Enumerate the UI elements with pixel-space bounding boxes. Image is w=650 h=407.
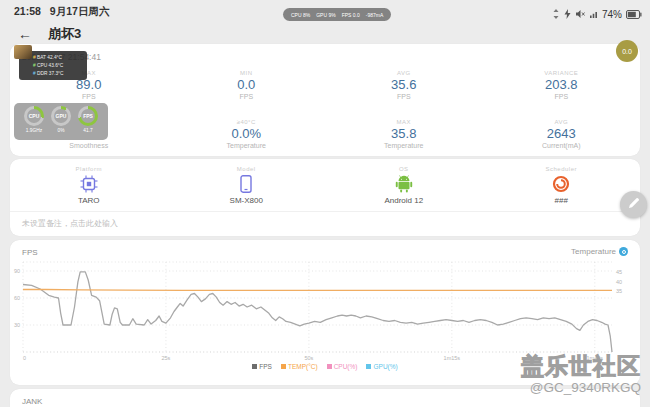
x-axis-tick: 1m40s (587, 355, 604, 361)
gpu-gauge-ring: GPU (51, 106, 71, 126)
right-axis-tick: 35 (616, 288, 622, 294)
legend-item-cpu[interactable]: CPU(%) (327, 363, 358, 370)
gauge-cpu: CPU 1.9GHz (24, 106, 44, 140)
pill-fps: FPS 0.0 (342, 12, 360, 18)
jank-card: JANK (10, 389, 640, 407)
edit-fab-button[interactable] (620, 191, 647, 218)
fps-gauge-ring: FPS (78, 106, 98, 126)
legend-swatch (252, 364, 257, 369)
legend-label: CPU(%) (334, 363, 358, 370)
floating-perf-pill[interactable]: CPU 8% GPU 9% FPS 0.0 -987mA (283, 8, 391, 21)
jank-title: JANK (22, 397, 42, 406)
legend-label: FPS (259, 363, 272, 370)
stat-max-temp: MAX35.8Temperature (325, 111, 483, 156)
remark-input[interactable]: 未设置备注，点击此处输入 (10, 211, 640, 236)
fps-chart-card: FPS Temperature 306090354045025s50s1m15s… (10, 240, 640, 385)
status-date: 9月17日周六 (50, 5, 110, 19)
stat-variance-fps: VARIANCE203.8FPS (483, 62, 641, 107)
right-axis-tick: 45 (616, 269, 622, 275)
legend-item-gpu[interactable]: GPU(%) (366, 363, 397, 370)
pill-current: -987mA (366, 12, 384, 18)
chip-icon (80, 175, 98, 193)
left-axis-tick: 30 (14, 322, 20, 328)
legend-item-fps[interactable]: FPS (252, 363, 272, 370)
right-axis-tick: 40 (616, 279, 622, 285)
device-card: Platform TARO Model SM-X800 OS Android 1… (10, 159, 640, 236)
battery-percent: 74% (602, 9, 622, 20)
floating-temp-overlay[interactable]: BAT 42.4°C CPU 43.6°C DDR 37.3°C (14, 45, 94, 81)
android-icon (395, 175, 413, 193)
back-button[interactable]: ← (18, 26, 32, 42)
x-axis-tick: 1m15s (444, 355, 461, 361)
cpu-gauge-ring: CPU (24, 106, 44, 126)
temp-line-bat: BAT 42.4°C (33, 54, 87, 62)
floating-gauge-overlay[interactable]: CPU 1.9GHz GPU 0% FPS 41.7 (14, 103, 108, 140)
battery-icon (626, 5, 642, 23)
signal-icon (589, 5, 598, 23)
phone-icon (240, 175, 252, 193)
chart-legend: FPSTEMP(°C)CPU(%)GPU(%) (10, 363, 640, 370)
series-FPS (23, 272, 612, 352)
stat-avg-current: AVG2643Current(mA) (483, 111, 641, 156)
status-icons: 74% (552, 5, 642, 23)
x-axis-tick: 50s (304, 355, 313, 361)
pill-cpu: CPU 8% (291, 12, 310, 18)
legend-item-tempc[interactable]: TEMP(°C) (281, 363, 318, 370)
stat-avg-fps: AVG35.6FPS (325, 62, 483, 107)
stat-temp-over-40: ≥40°C0.0%Temperature (168, 111, 326, 156)
stat-min-fps: MIN0.0FPS (168, 62, 326, 107)
scheduler-icon (552, 175, 570, 193)
legend-swatch (327, 364, 332, 369)
left-axis-tick: 90 (14, 268, 20, 274)
pill-gpu: GPU 9% (316, 12, 335, 18)
x-axis-tick: 25s (162, 355, 171, 361)
device-model: Model SM-X800 (168, 166, 326, 205)
device-scheduler: Scheduler ### (483, 166, 641, 205)
left-axis-tick: 60 (14, 295, 20, 301)
gauge-gpu: GPU 0% (51, 106, 71, 140)
score-badge[interactable]: 0.0 (616, 40, 638, 62)
network-speed-icon (552, 5, 560, 23)
game-screenshot-thumb (14, 45, 32, 59)
temperature-toggle[interactable]: Temperature (571, 247, 628, 256)
temp-line-ddr: DDR 37.3°C (33, 70, 87, 78)
device-grid: Platform TARO Model SM-X800 OS Android 1… (10, 166, 640, 205)
fps-line-chart[interactable]: 306090354045025s50s1m15s1m40s (10, 256, 640, 364)
mute-icon (575, 5, 585, 23)
status-time: 21:58 (14, 5, 41, 19)
clock-and-date: 21:58 9月17日周六 (14, 5, 109, 19)
device-os: OS Android 12 (325, 166, 483, 205)
gauge-fps: FPS 41.7 (78, 106, 98, 140)
temperature-toggle-icon (619, 247, 628, 256)
temp-line-cpu: CPU 43.6°C (33, 62, 87, 70)
pencil-icon (627, 196, 640, 214)
legend-label: GPU(%) (373, 363, 397, 370)
legend-label: TEMP(°C) (288, 363, 318, 370)
series-TEMP(°C) (23, 290, 612, 291)
page-title: 崩坏3 (48, 25, 81, 43)
page-header: ← 崩坏3 (0, 24, 81, 44)
device-platform: Platform TARO (10, 166, 168, 205)
legend-swatch (366, 364, 371, 369)
x-axis-tick: 0 (23, 355, 26, 361)
lightning-icon (564, 5, 571, 23)
legend-swatch (281, 364, 286, 369)
